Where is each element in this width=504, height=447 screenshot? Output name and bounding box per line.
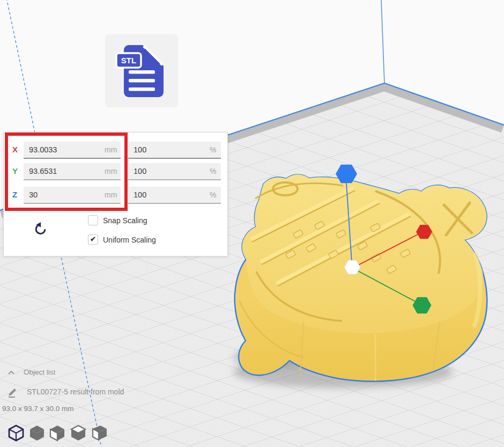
- scale-y-mm-input[interactable]: [24, 163, 121, 180]
- reset-scale-button[interactable]: [33, 222, 48, 237]
- chevron-up-icon[interactable]: [8, 370, 15, 375]
- scale-y-percent-input[interactable]: [128, 163, 221, 180]
- reset-arrow-icon: [33, 222, 48, 237]
- cube-left-view-icon: [69, 423, 88, 443]
- scale-x-percent-input[interactable]: [128, 142, 221, 159]
- snap-scaling-label: Snap Scaling: [103, 216, 147, 225]
- cube-top-view-icon: [48, 423, 67, 443]
- cube-3d-view-icon: [6, 423, 26, 443]
- view-3d-button[interactable]: [6, 423, 26, 443]
- cura-viewport: STL: [0, 0, 504, 447]
- uniform-scaling-checkbox[interactable]: ✔: [88, 235, 98, 245]
- axis-x-label: X: [12, 145, 22, 154]
- cube-right-view-icon: [90, 423, 109, 443]
- object-list-toggle[interactable]: Object list: [24, 368, 55, 376]
- axis-y-label: Y: [12, 166, 22, 175]
- view-top-button[interactable]: [48, 423, 67, 443]
- stl-badge-label: STL: [121, 56, 136, 65]
- view-right-button[interactable]: [90, 423, 109, 443]
- scale-z-mm-input[interactable]: [24, 187, 121, 204]
- scale-x-mm-input[interactable]: [24, 142, 121, 159]
- cube-front-view-icon: [27, 423, 47, 443]
- snap-scaling-checkbox[interactable]: [88, 215, 98, 225]
- view-left-button[interactable]: [69, 423, 88, 443]
- model-stl-object[interactable]: [235, 174, 487, 381]
- scale-z-percent-input[interactable]: [128, 187, 221, 204]
- view-front-button[interactable]: [27, 423, 47, 443]
- axis-z-label: Z: [12, 190, 22, 199]
- object-list-item-name[interactable]: STL00727-5 result from mold: [27, 387, 124, 396]
- model-dimensions-readout: 93.0 x 93.7 x 30.0 mm: [2, 405, 74, 413]
- uniform-scaling-label: Uniform Scaling: [103, 236, 156, 244]
- pencil-icon: [7, 386, 18, 398]
